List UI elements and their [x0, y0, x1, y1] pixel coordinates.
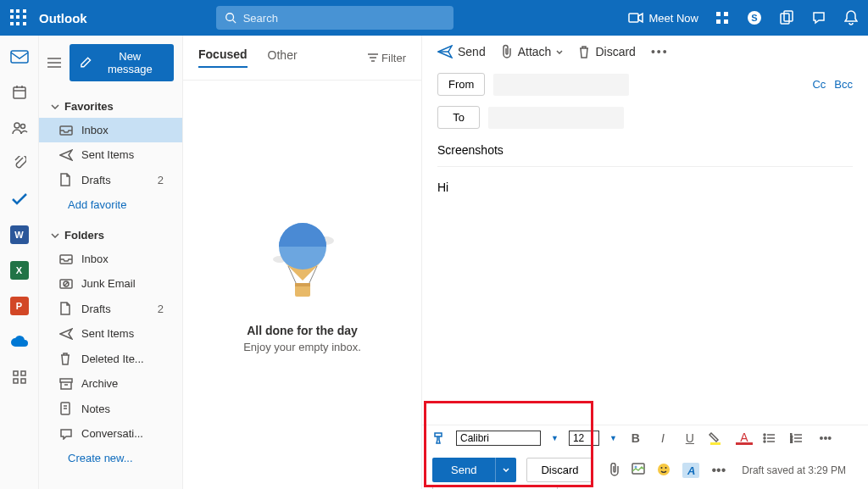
folder-item-deletedite[interactable]: Deleted Ite...	[39, 346, 182, 371]
svg-point-48	[764, 437, 765, 439]
underline-button[interactable]: U	[682, 431, 698, 445]
bold-button[interactable]: B	[627, 431, 644, 445]
skype-icon[interactable]: S	[746, 9, 763, 26]
folder-item-notes[interactable]: Notes	[39, 396, 182, 421]
svg-rect-19	[21, 371, 25, 375]
people-rail-icon[interactable]	[10, 119, 29, 137]
from-field-button[interactable]: From	[437, 73, 485, 96]
folder-item-inbox[interactable]: Inbox	[39, 247, 182, 271]
font-select[interactable]	[456, 431, 541, 446]
calendar-rail-icon[interactable]	[10, 83, 29, 102]
to-field-button[interactable]: To	[437, 106, 480, 129]
folder-item-inbox[interactable]: Inbox	[39, 118, 182, 142]
tips-icon[interactable]	[810, 9, 827, 26]
notifications-icon[interactable]	[843, 9, 860, 26]
app-rail: W X P	[0, 36, 39, 489]
folders-section-header[interactable]: Folders	[39, 224, 182, 247]
junk-icon	[59, 278, 73, 290]
bullet-list-button[interactable]	[763, 433, 780, 443]
compose-toolbar: Send Attach Discard •••	[422, 36, 868, 68]
compose-pane: Send Attach Discard ••• From Cc Bcc	[422, 36, 868, 489]
filter-button[interactable]: Filter	[368, 52, 406, 64]
folder-item-conversati[interactable]: Conversati...	[39, 421, 182, 446]
svg-point-62	[665, 467, 667, 469]
format-painter-icon[interactable]	[432, 431, 446, 445]
video-icon	[628, 12, 643, 24]
onedrive-rail-icon[interactable]	[10, 332, 29, 351]
send-options-chevron[interactable]	[495, 458, 516, 482]
search-icon	[225, 12, 236, 24]
search-input[interactable]	[243, 12, 445, 25]
compose-bottom-bar: Send Discard A ••• Draft saved at 3:29 P…	[422, 451, 868, 489]
bcc-button[interactable]: Bcc	[834, 78, 853, 91]
inbox-icon	[59, 254, 73, 264]
folder-item-junkemail[interactable]: Junk Email	[39, 271, 182, 296]
compose-icon	[80, 57, 92, 69]
svg-point-16	[14, 123, 19, 128]
empty-inbox-state: All done for the day Enjoy your empty in…	[183, 81, 421, 489]
svg-rect-43	[295, 283, 310, 286]
add-favorite-link[interactable]: Add favorite	[39, 192, 182, 217]
insert-image-icon[interactable]	[632, 463, 645, 478]
mail-rail-icon[interactable]	[10, 47, 29, 66]
svg-rect-9	[781, 14, 789, 24]
sent-icon	[59, 328, 73, 340]
toolbar-discard-button[interactable]: Discard	[578, 45, 635, 58]
italic-button[interactable]: I	[654, 431, 671, 445]
toolbar-send-button[interactable]: Send	[437, 45, 486, 58]
toolbar-more-button[interactable]: •••	[651, 45, 669, 58]
svg-line-29	[64, 282, 68, 286]
emoji-icon[interactable]	[657, 463, 670, 478]
attach-bottom-icon[interactable]	[609, 463, 620, 478]
new-message-button[interactable]: New message	[70, 44, 174, 81]
meet-now-button[interactable]: Meet Now	[628, 9, 698, 26]
collapse-sidebar-icon[interactable]	[47, 58, 61, 68]
folder-item-drafts[interactable]: Drafts2	[39, 296, 182, 321]
folder-item-archive[interactable]: Archive	[39, 371, 182, 396]
font-chevron-icon[interactable]: ▼	[551, 434, 559, 442]
tab-focused[interactable]: Focused	[198, 47, 248, 68]
search-box[interactable]	[216, 6, 453, 30]
apps-grid-icon[interactable]	[714, 9, 731, 26]
format-more-button[interactable]: •••	[817, 431, 834, 445]
accessibility-icon[interactable]: A	[682, 463, 699, 478]
teams-icon[interactable]	[778, 9, 795, 26]
favorites-section-header[interactable]: Favorites	[39, 95, 182, 118]
toolbar-attach-button[interactable]: Attach	[501, 44, 564, 59]
svg-rect-10	[784, 11, 793, 21]
font-size-select[interactable]	[569, 431, 599, 446]
svg-text:S: S	[751, 13, 757, 23]
excel-rail-icon[interactable]: X	[10, 261, 29, 280]
compose-body[interactable]: Hi	[422, 167, 868, 425]
files-rail-icon[interactable]	[10, 154, 29, 173]
empty-state-subtitle: Enjoy your empty inbox.	[243, 341, 361, 353]
discard-button[interactable]: Discard	[526, 458, 593, 482]
folder-item-sentitems[interactable]: Sent Items	[39, 321, 182, 346]
folder-item-drafts[interactable]: Drafts2	[39, 167, 182, 192]
powerpoint-rail-icon[interactable]: P	[10, 297, 29, 315]
size-chevron-icon[interactable]: ▼	[609, 434, 617, 442]
archive-icon	[59, 378, 73, 390]
subject-input[interactable]	[437, 143, 853, 157]
sent-icon	[59, 149, 73, 161]
create-new-folder-link[interactable]: Create new...	[39, 446, 182, 470]
highlight-button[interactable]	[709, 431, 726, 445]
font-color-button[interactable]: A	[736, 432, 753, 445]
trash-icon	[59, 352, 73, 365]
from-input[interactable]	[493, 74, 629, 96]
send-button[interactable]: Send	[432, 458, 495, 482]
svg-point-46	[764, 434, 765, 436]
number-list-button[interactable]: 123	[790, 433, 807, 443]
cc-button[interactable]: Cc	[812, 78, 826, 91]
app-launcher-icon[interactable]	[8, 8, 29, 28]
app-header: Outlook Meet Now S	[0, 0, 868, 36]
more-apps-rail-icon[interactable]	[10, 368, 29, 386]
todo-rail-icon[interactable]	[10, 190, 29, 208]
to-input[interactable]	[488, 107, 624, 129]
word-rail-icon[interactable]: W	[10, 225, 29, 244]
bottom-more-button[interactable]: •••	[711, 463, 726, 478]
tab-other[interactable]: Other	[268, 48, 298, 67]
send-split-button: Send	[432, 458, 516, 482]
header-actions: Meet Now S	[628, 9, 860, 26]
folder-item-sentitems[interactable]: Sent Items	[39, 142, 182, 167]
